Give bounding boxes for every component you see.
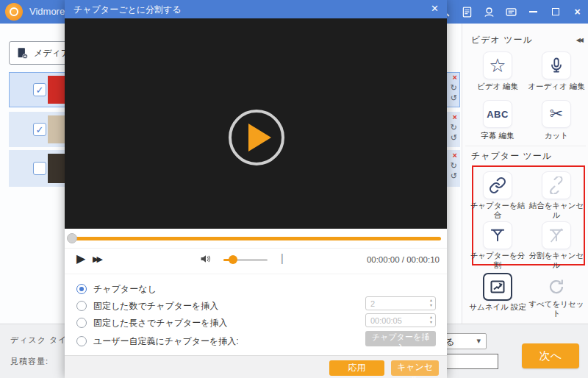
app-window: Vidmore × メディア: [0, 0, 588, 378]
radio-unselected[interactable]: [76, 318, 87, 328]
cancel-button[interactable]: キャンセル: [391, 360, 439, 376]
divider: [465, 146, 586, 146]
rotate-cw-icon[interactable]: ↻: [451, 124, 457, 132]
audio-edit-label: オーディオ 編集: [526, 82, 587, 91]
cancel-split-button[interactable]: [542, 221, 571, 249]
reset-icon: [546, 277, 567, 297]
divider: [65, 274, 447, 274]
feedback-icon[interactable]: [505, 6, 517, 18]
option-fixed-count[interactable]: 固定した数でチャプターを挿入: [76, 299, 218, 313]
delete-icon[interactable]: ×: [453, 113, 457, 121]
app-logo-icon: [5, 3, 23, 21]
thumbnail-settings-button[interactable]: [483, 273, 512, 301]
controls-separator: |: [281, 252, 284, 264]
audio-edit-button[interactable]: [542, 51, 571, 79]
option-label: チャプターなし: [93, 283, 157, 296]
cut-label: カット: [526, 131, 587, 140]
maximize-icon[interactable]: [549, 6, 562, 18]
merge-chapters-label: チャプターを結合: [467, 201, 528, 220]
play-button[interactable]: ▶: [76, 253, 85, 265]
checkbox-checked[interactable]: ✓: [33, 123, 46, 136]
volume-knob[interactable]: [229, 255, 237, 264]
time-display: 00:00:00 / 00:00:10: [367, 255, 440, 264]
seek-bar[interactable]: [71, 237, 441, 240]
chevron-down-icon: ▾: [476, 336, 481, 346]
play-overlay-button[interactable]: [229, 110, 284, 165]
dialog-footer: 応用 キャンセル: [65, 355, 447, 378]
subtitle-edit-label: 字幕 編集: [467, 131, 528, 140]
divider: [65, 248, 447, 249]
spinner-arrows-icon[interactable]: ▴▾: [430, 298, 432, 308]
thumbnail-settings-label: サムネイル 設定: [467, 302, 528, 312]
play-triangle-icon: [248, 124, 271, 151]
cancel-merge-label: 結合をキャンセル: [526, 201, 587, 220]
cancel-split-label: 分割をキャンセル: [526, 251, 587, 270]
add-file-icon: [16, 47, 29, 60]
next-button[interactable]: 次へ: [522, 343, 579, 368]
rotate-ccw-icon[interactable]: ↺: [451, 94, 457, 102]
split-icon: [488, 226, 507, 245]
reset-all-label: すべてをリセット: [526, 299, 587, 318]
delete-icon[interactable]: ×: [453, 74, 457, 82]
support-icon[interactable]: [483, 6, 495, 18]
radio-selected[interactable]: [76, 284, 87, 294]
option-fixed-length[interactable]: 固定した長さでチャプターを挿入: [76, 316, 228, 329]
cancel-merge-button[interactable]: [542, 171, 571, 199]
tools-panel: ビデオ ツール ◀◀ ☆ ビデオ 編集 オーディオ 編集 ABC 字幕 編集 ✂…: [462, 24, 588, 324]
broken-link-icon: [548, 176, 565, 194]
video-edit-label: ビデオ 編集: [467, 82, 528, 91]
video-tools-title: ビデオ ツール: [471, 34, 533, 46]
speaker-icon[interactable]: [200, 254, 212, 267]
chapter-count-input[interactable]: [366, 297, 435, 310]
thumbnail-icon: [489, 278, 506, 296]
rotate-ccw-icon[interactable]: ↺: [451, 172, 457, 180]
video-preview[interactable]: [65, 18, 447, 229]
dialog-header: チャプターごとに分割する ✕: [65, 0, 447, 18]
chapter-length-input[interactable]: [366, 314, 435, 327]
spinner-arrows-icon[interactable]: ▴▾: [430, 315, 432, 325]
option-no-chapter[interactable]: チャプターなし: [76, 282, 157, 296]
capacity-label: 見積容量:: [10, 356, 49, 367]
fast-forward-button[interactable]: ▶▶: [93, 255, 101, 263]
chapter-count-spinner[interactable]: ▴▾: [365, 296, 436, 310]
dialog-close-icon[interactable]: ✕: [431, 3, 439, 14]
seek-handle[interactable]: [67, 233, 77, 243]
radio-unselected[interactable]: [76, 336, 87, 346]
chapter-length-spinner[interactable]: ▴▾: [365, 313, 436, 327]
reset-all-button[interactable]: [542, 273, 571, 301]
checkbox-unchecked[interactable]: [33, 162, 46, 175]
close-icon[interactable]: ×: [571, 6, 584, 18]
rotate-cw-icon[interactable]: ↻: [451, 162, 457, 170]
rotate-cw-icon[interactable]: ↻: [451, 84, 457, 92]
link-icon: [489, 176, 506, 194]
minimize-icon[interactable]: [527, 6, 539, 18]
option-custom[interactable]: ユーザー自定義にチャプターを挿入:: [76, 335, 239, 348]
delete-icon[interactable]: ×: [453, 151, 457, 160]
video-edit-button[interactable]: ☆: [483, 51, 512, 79]
collapse-panel-icon[interactable]: ◀◀: [576, 37, 582, 43]
split-chapter-dialog: チャプターごとに分割する ✕ ▶ ▶▶ | 00:00:00 / 00:00:1…: [65, 0, 447, 378]
split-cancel-icon: [547, 226, 566, 245]
option-label: 固定した長さでチャプターを挿入: [93, 317, 228, 329]
cut-button[interactable]: ✂: [542, 100, 571, 128]
checkbox-checked[interactable]: ✓: [33, 83, 46, 96]
apply-button[interactable]: 応用: [329, 360, 384, 376]
subtitle-edit-button[interactable]: ABC: [483, 100, 512, 128]
microphone-icon: [548, 57, 565, 74]
radio-unselected[interactable]: [76, 301, 87, 311]
split-chapter-button[interactable]: [483, 221, 512, 249]
scissors-icon: ✂: [550, 106, 563, 122]
chapter-tools-title: チャプター ツール: [471, 150, 552, 163]
option-label: 固定した数でチャプターを挿入: [93, 300, 218, 313]
app-title: Vidmore: [29, 6, 65, 17]
magic-star-icon: ☆: [489, 56, 506, 75]
rotate-ccw-icon[interactable]: ↺: [451, 134, 457, 142]
merge-chapters-button[interactable]: [483, 171, 512, 199]
dialog-title: チャプターごとに分割する: [74, 4, 182, 16]
split-chapter-label: チャプターを分割: [467, 251, 528, 270]
option-label: ユーザー自定義にチャプターを挿入:: [93, 335, 239, 348]
insert-chapter-button[interactable]: チャプターを挿入: [365, 331, 436, 346]
register-icon[interactable]: [461, 6, 473, 18]
abc-icon: ABC: [487, 110, 509, 119]
